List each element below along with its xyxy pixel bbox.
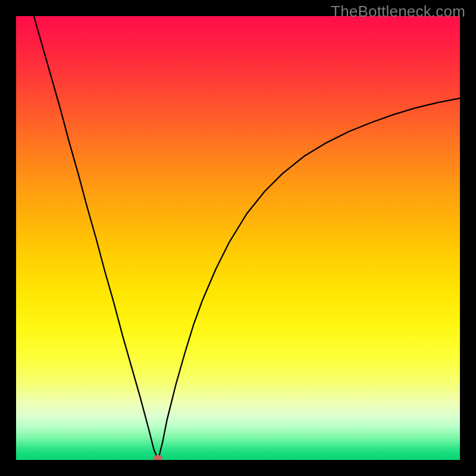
right-branch	[158, 98, 460, 460]
optimum-marker	[154, 455, 162, 460]
plot-area	[16, 16, 460, 460]
watermark-source: TheBottleneck.com	[331, 2, 465, 21]
left-branch	[34, 16, 158, 460]
chart-frame: TheBottleneck.com	[0, 0, 476, 476]
bottleneck-curve	[16, 16, 460, 460]
